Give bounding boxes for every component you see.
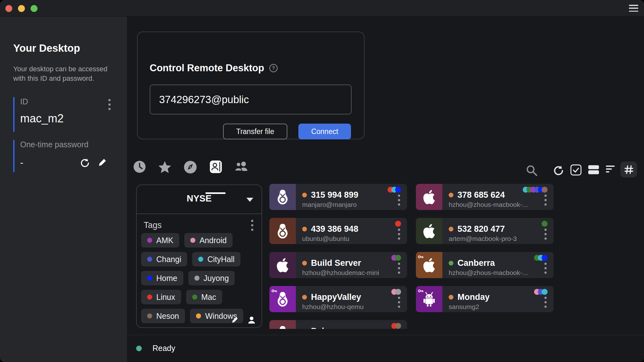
peer-menu-button[interactable] xyxy=(543,261,548,275)
toolbar-select-button[interactable] xyxy=(570,164,582,177)
minimize-window-button[interactable] xyxy=(18,5,25,12)
peer-card[interactable]: 315 994 899manjaro@manjaro xyxy=(269,184,407,210)
peer-menu-button[interactable] xyxy=(397,227,401,241)
peer-menu-button[interactable] xyxy=(397,295,401,309)
android-logo-icon xyxy=(416,286,442,312)
peer-title-row: Monday xyxy=(449,292,490,302)
tags-menu-button[interactable] xyxy=(250,219,255,232)
tab-recent-sessions[interactable] xyxy=(131,160,148,184)
peer-card[interactable]: Mondaysansumg2 xyxy=(416,286,554,312)
tag-color-dot xyxy=(147,295,152,300)
remote-id-input[interactable] xyxy=(150,85,352,114)
peer-card[interactable]: Pulau xyxy=(269,320,407,329)
peer-name: Monday xyxy=(457,292,490,302)
peer-subtitle: manjaro@manjaro xyxy=(302,201,357,208)
toolbar-refresh-button[interactable] xyxy=(552,164,564,178)
peer-status-dot xyxy=(302,193,307,197)
peer-card[interactable]: Canberrahzhou@zhous-macbook-... xyxy=(416,252,554,278)
tag-color-dot xyxy=(196,313,201,318)
tag-chip[interactable]: Neson xyxy=(141,309,185,323)
peer-card[interactable]: 439 386 948ubuntu@ubuntu xyxy=(269,218,407,244)
peer-title-row: HappyValley xyxy=(302,292,361,302)
connection-status-icon xyxy=(136,346,142,351)
toolbar-grid-view-button[interactable] xyxy=(620,161,637,178)
pencil-icon[interactable] xyxy=(231,316,239,324)
tag-color-dot xyxy=(542,255,548,261)
sidebar-title: Your Desktop xyxy=(13,42,80,54)
connect-title: Control Remote Desktop xyxy=(150,62,264,74)
tag-chip[interactable]: Linux xyxy=(141,290,181,304)
app-window: Your Desktop Your desktop can be accesse… xyxy=(0,0,644,362)
statusbar-divider xyxy=(127,335,644,335)
peer-menu-button[interactable] xyxy=(397,261,401,275)
peer-tag-dots xyxy=(536,289,548,295)
peer-card[interactable]: 378 685 624hzhou@zhous-macbook-... xyxy=(416,184,554,210)
tag-color-dot xyxy=(194,276,199,281)
tag-chip[interactable]: Home xyxy=(141,271,183,285)
tag-color-dot xyxy=(395,187,401,193)
peer-title-row: 532 820 477 xyxy=(449,224,505,234)
sidebar: Your Desktop Your desktop can be accesse… xyxy=(0,16,127,362)
device-id-block: ID mac_m2 xyxy=(13,97,117,132)
peer-tag-dots xyxy=(397,221,401,227)
one-time-password-label: One-time password xyxy=(20,140,117,149)
tag-color-dot xyxy=(198,257,203,262)
peer-menu-button[interactable] xyxy=(543,227,548,241)
tag-chip[interactable]: Changi xyxy=(141,252,187,266)
refresh-password-icon[interactable] xyxy=(79,157,90,168)
connect-buttons: Transfer file Connect xyxy=(223,124,351,139)
maximize-window-button[interactable] xyxy=(31,5,37,12)
peer-status-dot xyxy=(449,193,453,197)
peer-menu-button[interactable] xyxy=(543,193,548,207)
close-window-button[interactable] xyxy=(5,5,12,12)
key-icon xyxy=(418,288,423,294)
tag-color-dot xyxy=(395,323,401,329)
peer-card[interactable]: Build Serverhzhou@hzhoudemac-mini xyxy=(269,252,407,278)
peer-status-dot xyxy=(449,261,453,266)
tab-group[interactable] xyxy=(233,160,250,184)
peer-tag-dots xyxy=(390,187,401,193)
peer-name: 378 685 624 xyxy=(457,190,505,200)
tag-color-dot xyxy=(542,221,548,227)
hamburger-menu-icon[interactable] xyxy=(629,5,638,12)
tux-logo-icon xyxy=(269,320,296,329)
peer-card[interactable]: 532 820 477artem@macbook-pro-3 xyxy=(416,218,554,244)
edit-password-icon[interactable] xyxy=(97,157,108,168)
toolbar-search-button[interactable] xyxy=(525,164,538,178)
person-icon[interactable] xyxy=(247,316,256,324)
peer-name: HappyValley xyxy=(311,292,361,302)
tab-favorites[interactable] xyxy=(156,160,174,184)
peer-name: 315 994 899 xyxy=(311,190,358,200)
tab-discovered[interactable] xyxy=(181,160,199,184)
tag-color-dot xyxy=(147,313,152,318)
help-icon[interactable]: ? xyxy=(269,64,278,73)
toolbar-sort-button[interactable] xyxy=(605,164,617,175)
device-id-menu-button[interactable] xyxy=(107,98,112,111)
one-time-password-actions xyxy=(79,157,108,168)
tag-chip[interactable]: CityHall xyxy=(192,252,240,266)
peer-title-row: 439 386 948 xyxy=(302,224,358,234)
main-area: Control Remote Desktop ? Transfer file C… xyxy=(127,16,644,362)
transfer-file-button[interactable]: Transfer file xyxy=(223,124,287,139)
tag-label: Home xyxy=(156,274,177,283)
connect-button[interactable]: Connect xyxy=(298,124,351,139)
tag-label: Linux xyxy=(156,293,175,302)
tag-chip[interactable]: AMK xyxy=(141,233,179,248)
peer-menu-button[interactable] xyxy=(397,193,401,207)
tag-color-dot xyxy=(542,289,548,295)
tag-chip[interactable]: Android xyxy=(184,233,233,248)
peer-status-dot xyxy=(449,295,453,300)
tag-color-dot xyxy=(192,295,197,300)
address-book-panel: NYSE Tags AMKAndroidChangiCityHallHomeJu… xyxy=(136,184,262,328)
tag-chip[interactable]: Mac xyxy=(186,290,222,304)
peer-status-dot xyxy=(302,295,307,300)
address-book-dropdown[interactable]: NYSE xyxy=(137,185,262,214)
peer-tag-dots xyxy=(394,323,401,329)
peer-subtitle: ubuntu@ubuntu xyxy=(302,235,349,242)
tab-address-book[interactable] xyxy=(207,160,225,184)
peer-title-row: Canberra xyxy=(449,258,495,268)
peer-menu-button[interactable] xyxy=(543,295,548,309)
peer-card[interactable]: HappyValleyhzhou@hzhou-qemu xyxy=(269,286,407,312)
tag-chip[interactable]: Juyong xyxy=(188,271,235,285)
toolbar-card-view-button[interactable] xyxy=(588,164,600,177)
